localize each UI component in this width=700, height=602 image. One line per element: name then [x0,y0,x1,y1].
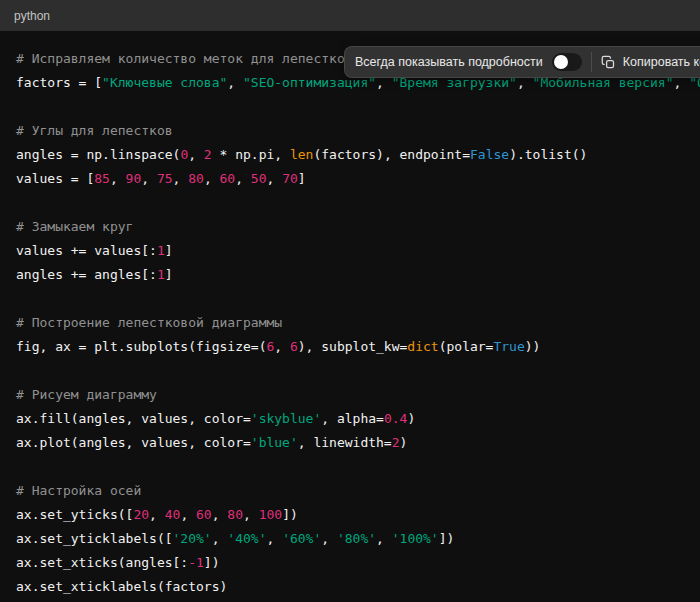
copy-code-label: Копировать код [623,55,700,69]
code-line: ax.set_yticklabels(['20%', '40%', '60%',… [16,527,700,551]
toggle-knob [554,55,568,69]
code-line: ax.set_xticks(angles[:-1]) [16,551,700,575]
code-line: ax.plot(angles, values, color='blue', li… [16,431,700,455]
toolbar-divider [591,52,592,72]
copy-code-button[interactable]: Копировать код [601,55,700,70]
code-line [16,191,700,215]
code-line: ax.fill(angles, values, color='skyblue',… [16,407,700,431]
code-area[interactable]: # Исправляем количество меток для лепест… [0,31,700,602]
code-line: values = [85, 90, 75, 80, 60, 50, 70] [16,167,700,191]
code-line: values += values[:1] [16,239,700,263]
code-line: # Замыкаем круг [16,215,700,239]
code-line: # Построение лепестковой диаграммы [16,311,700,335]
code-line: # Настройка осей [16,479,700,503]
code-line [16,95,700,119]
code-line [16,359,700,383]
details-toggle[interactable] [552,53,582,71]
code-block: python # Исправляем количество меток для… [0,0,700,602]
code-line: ax.set_xticklabels(factors) [16,575,700,599]
language-label: python [14,9,50,23]
code-line: # Рисуем диаграмму [16,383,700,407]
code-line: angles += angles[:1] [16,263,700,287]
code-line: fig, ax = plt.subplots(figsize=(6, 6), s… [16,335,700,359]
code-line: # Углы для лепестков [16,119,700,143]
code-header: python [0,0,700,31]
code-line [16,287,700,311]
copy-icon [601,55,616,70]
code-line [16,455,700,479]
always-show-details-label: Всегда показывать подробности [355,55,543,69]
code-line: angles = np.linspace(0, 2 * np.pi, len(f… [16,143,700,167]
code-line: ax.set_yticks([20, 40, 60, 80, 100]) [16,503,700,527]
code-toolbar: Всегда показывать подробности Копировать… [344,46,700,78]
